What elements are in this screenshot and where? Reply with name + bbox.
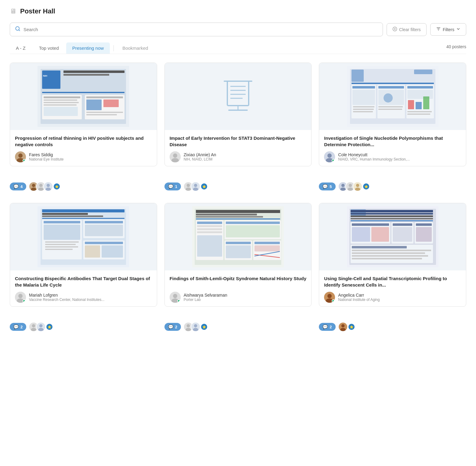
tab-a-z[interactable]: A - Z bbox=[10, 42, 32, 54]
search-icon bbox=[15, 26, 20, 33]
poster-image-3 bbox=[319, 63, 466, 130]
poster-card-3[interactable]: Investigation of Single Nucleotide Polym… bbox=[319, 63, 466, 166]
chat-badge-5[interactable]: 💬 2 bbox=[164, 323, 181, 331]
poster-info-6: Using Single-Cell and Spatial Transcript… bbox=[319, 270, 466, 306]
svg-rect-65 bbox=[407, 114, 430, 115]
svg-rect-44 bbox=[414, 70, 432, 74]
poster-card-2[interactable]: Impact of Early Intervention for STAT3 D… bbox=[164, 63, 312, 166]
svg-point-28 bbox=[18, 154, 23, 158]
author-org-5: Porter Lab bbox=[184, 298, 227, 302]
svg-rect-57 bbox=[378, 106, 403, 107]
chat-badge-1[interactable]: 💬 4 bbox=[10, 182, 26, 190]
avatar-6 bbox=[324, 292, 335, 303]
svg-rect-52 bbox=[353, 109, 374, 110]
svg-rect-64 bbox=[407, 111, 432, 112]
tab-presenting-now[interactable]: Presenting now bbox=[66, 42, 110, 54]
chat-badge-6[interactable]: 💬 2 bbox=[319, 323, 335, 331]
poster-card-4[interactable]: Constructing Bispecific Antibodies That … bbox=[10, 203, 157, 307]
poster-image-4 bbox=[10, 203, 157, 270]
svg-rect-123 bbox=[197, 222, 222, 224]
poster-card-6[interactable]: Using Single-Cell and Spatial Transcript… bbox=[319, 203, 466, 307]
chat-count-6: 2 bbox=[330, 325, 332, 329]
svg-rect-153 bbox=[371, 227, 389, 242]
svg-point-167 bbox=[327, 294, 332, 298]
avatar-1 bbox=[15, 151, 26, 162]
chat-badge-2[interactable]: 💬 1 bbox=[164, 182, 181, 190]
tab-bookmarked[interactable]: Bookmarked bbox=[116, 42, 154, 54]
svg-rect-97 bbox=[42, 215, 103, 217]
svg-rect-161 bbox=[352, 246, 407, 248]
search-box bbox=[10, 23, 383, 36]
author-details-4: Mariah Lofgren Vaccine Research Center, … bbox=[29, 293, 104, 302]
svg-rect-112 bbox=[102, 245, 123, 258]
svg-point-70 bbox=[32, 184, 35, 187]
avatar-2 bbox=[170, 151, 181, 162]
svg-rect-54 bbox=[378, 86, 404, 89]
svg-rect-110 bbox=[85, 242, 123, 244]
author-details-3: Cole Honeycutt NIAID, VRC, Human Immunol… bbox=[338, 152, 410, 161]
poster-title-2: Impact of Early Intervention for STAT3 D… bbox=[170, 135, 307, 148]
author-org-1: National Eye Institute bbox=[29, 157, 63, 161]
svg-rect-19 bbox=[44, 104, 77, 106]
poster-info-5: Findings of Smith-Lemli-Opitz Syndrome N… bbox=[165, 270, 312, 306]
author-org-2: NIH, NIAID, LCIM bbox=[184, 157, 216, 161]
svg-rect-101 bbox=[44, 225, 80, 240]
svg-rect-103 bbox=[45, 244, 76, 245]
svg-rect-145 bbox=[351, 210, 433, 212]
author-details-6: Angelica Carr National Institute of Agin… bbox=[338, 293, 380, 302]
author-name-5: Aishwarya Selvaraman bbox=[184, 293, 227, 298]
footer-3: 💬 5 ⭐ bbox=[319, 179, 466, 194]
poster-image-1: NIH bbox=[10, 63, 157, 130]
svg-rect-100 bbox=[44, 221, 80, 223]
svg-point-176 bbox=[187, 324, 190, 327]
poster-title-4: Constructing Bispecific Antibodies That … bbox=[15, 275, 152, 288]
svg-rect-136 bbox=[254, 245, 280, 251]
chat-count-4: 2 bbox=[20, 325, 23, 329]
svg-rect-45 bbox=[352, 83, 434, 84]
svg-rect-119 bbox=[196, 214, 257, 215]
svg-rect-56 bbox=[384, 93, 393, 103]
author-org-3: NIAID, VRC, Human Immunology Section,... bbox=[338, 157, 410, 161]
clear-filters-button[interactable]: Clear filters bbox=[387, 23, 427, 36]
poster-title-6: Using Single-Cell and Spatial Transcript… bbox=[324, 275, 461, 288]
poster-card-1[interactable]: NIH bbox=[10, 63, 157, 166]
avatar-3 bbox=[324, 151, 335, 162]
tabs-row: A - Z Top voted Presenting now Bookmarke… bbox=[10, 42, 466, 54]
search-input[interactable] bbox=[23, 27, 378, 32]
svg-rect-104 bbox=[45, 246, 78, 247]
svg-point-83 bbox=[193, 188, 198, 191]
svg-rect-147 bbox=[351, 215, 433, 217]
star-badge-3: ⭐ bbox=[363, 183, 369, 190]
author-name-4: Mariah Lofgren bbox=[29, 293, 104, 298]
svg-rect-53 bbox=[353, 111, 373, 112]
svg-rect-125 bbox=[197, 228, 222, 230]
attendee-avatar bbox=[191, 182, 200, 191]
poster-card-5[interactable]: Findings of Smith-Lemli-Opitz Syndrome N… bbox=[164, 203, 312, 307]
search-filter-row: Clear filters Filters bbox=[10, 23, 466, 36]
footer-row-1: 💬 4 ⭐ 💬 1 bbox=[10, 179, 466, 194]
svg-point-140 bbox=[173, 294, 177, 298]
svg-point-77 bbox=[45, 188, 51, 191]
svg-rect-49 bbox=[352, 86, 375, 89]
poster-image-5 bbox=[165, 203, 312, 270]
svg-point-67 bbox=[327, 154, 332, 158]
chat-badge-3[interactable]: 💬 5 bbox=[319, 182, 335, 190]
svg-rect-127 bbox=[197, 235, 222, 257]
filters-button[interactable]: Filters bbox=[430, 23, 466, 36]
svg-rect-58 bbox=[378, 109, 402, 110]
star-badge-2: ⭐ bbox=[201, 183, 207, 190]
author-name-1: Fares Siddig bbox=[29, 152, 63, 157]
chat-badge-4[interactable]: 💬 2 bbox=[10, 323, 26, 331]
poster-title-3: Investigation of Single Nucleotide Polym… bbox=[324, 135, 461, 148]
svg-rect-126 bbox=[197, 231, 222, 233]
tab-top-voted[interactable]: Top voted bbox=[33, 42, 65, 54]
chat-count-3: 5 bbox=[330, 184, 332, 189]
poster-author-row-4: Mariah Lofgren Vaccine Research Center, … bbox=[15, 292, 152, 303]
svg-point-79 bbox=[187, 184, 190, 187]
poster-grid-row2: Constructing Bispecific Antibodies That … bbox=[10, 203, 466, 307]
footer-4: 💬 2 ⭐ bbox=[10, 319, 157, 335]
svg-point-82 bbox=[194, 184, 197, 187]
online-indicator-5 bbox=[177, 299, 180, 302]
svg-point-86 bbox=[340, 188, 346, 191]
svg-point-71 bbox=[31, 188, 36, 191]
